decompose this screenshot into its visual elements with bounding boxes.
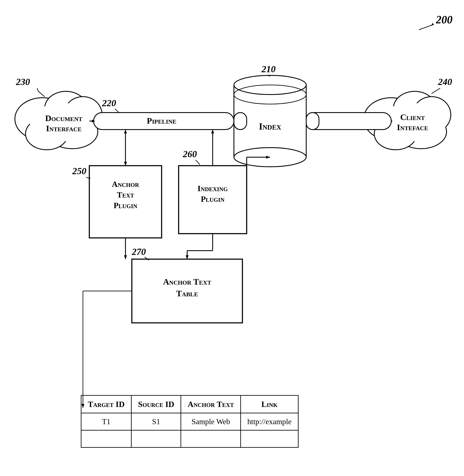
index-cylinder-body [234,85,306,157]
cell-anchor-text-1: Sample Web [181,413,241,430]
cell-empty-3 [181,430,241,448]
ref-220: 220 [102,98,116,108]
svg-point-8 [30,103,98,141]
svg-marker-31 [124,255,127,259]
pipeline-tube [94,112,234,130]
svg-point-3 [15,98,70,140]
svg-line-10 [38,91,45,97]
svg-line-25 [196,160,200,165]
svg-point-4 [45,91,87,125]
client-interface-label2: Inteface [397,122,428,132]
anchor-text-plugin-label2: Text [117,190,134,199]
index-to-client-tube [306,112,391,130]
svg-point-6 [47,115,98,149]
svg-line-1 [419,24,434,30]
indexing-plugin-label2: Plugin [201,195,224,204]
index-cylinder-bottom [234,148,306,167]
doc-interface-label2: Interface [46,124,82,133]
svg-point-5 [64,97,102,133]
svg-point-13 [413,97,451,133]
cell-source-id-1: S1 [131,413,181,430]
anchor-text-table-box [132,259,242,323]
indexing-plugin-label1: Indexing [198,184,228,193]
anchor-text-data-table: Target ID Source ID Anchor Text Link T1 … [81,395,299,448]
cell-empty-4 [241,430,298,448]
ref-240: 240 [438,77,452,87]
anchor-text-plugin-label1: Anchor [112,180,139,189]
svg-point-16 [378,103,446,141]
index-right-connector [306,112,319,130]
ref-260: 260 [183,149,197,159]
up-arrow1 [124,130,127,133]
up-arrow2 [211,130,214,133]
pipeline-right-cap [234,112,247,130]
svg-marker-23 [308,120,311,122]
svg-line-17 [432,88,440,93]
table-row: T1 S1 Sample Web http://example [81,413,298,430]
anchor-text-table-label1: Anchor Text [163,277,211,287]
doc-interface-cloud: Document Interface [15,91,102,150]
cell-empty-2 [131,430,181,448]
anchor-text-table-label2: Table [176,289,198,298]
cell-link-1: http://example [241,413,298,430]
index-cylinder-top [234,75,306,94]
svg-marker-35 [186,255,189,259]
index-cylinder-rim [234,85,306,104]
ref-230: 230 [16,77,30,87]
svg-line-9 [37,88,38,91]
anchor-text-plugin-box [89,166,162,238]
down-arrow1 [124,162,127,166]
svg-point-12 [393,91,436,125]
col-source-id: Source ID [131,395,181,413]
col-anchor-text: Anchor Text [181,395,241,413]
svg-point-11 [364,98,419,140]
svg-line-21 [268,75,270,76]
cell-target-id-1: T1 [81,413,131,430]
doc-interface-label: Document [45,113,82,123]
table-row-empty [81,430,298,448]
svg-point-15 [374,118,417,150]
ref-210: 210 [261,64,276,74]
svg-marker-30 [266,156,270,159]
svg-marker-19 [92,120,95,122]
pipeline-label: Pipeline [147,116,176,126]
ref-250: 250 [72,166,86,176]
svg-line-24 [86,177,90,178]
col-target-id: Target ID [81,395,131,413]
anchor-text-plugin-label3: Plugin [114,201,137,210]
svg-point-7 [26,118,68,150]
client-interface-label: Client [400,112,425,122]
client-interface-cloud: Client Inteface [364,91,451,150]
cell-empty-1 [81,430,131,448]
svg-text:200: 200 [436,14,453,26]
ref-270: 270 [132,247,146,257]
svg-line-26 [145,257,149,260]
svg-marker-2 [431,23,434,26]
svg-line-20 [115,109,119,112]
index-label: Index [259,121,281,132]
indexing-plugin-box [179,166,247,234]
svg-point-14 [396,115,446,149]
col-link: Link [241,395,298,413]
